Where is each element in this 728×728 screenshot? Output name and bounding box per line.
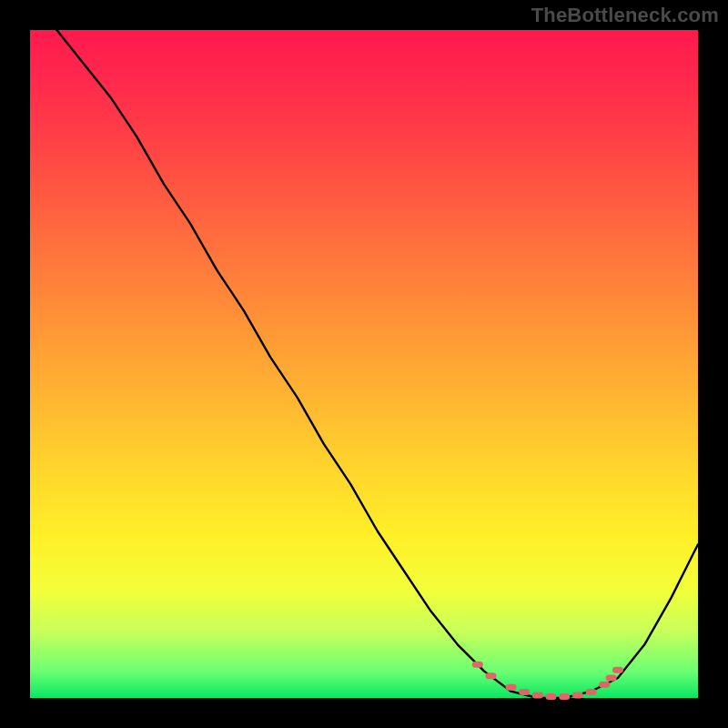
highlight-dot [586, 689, 597, 695]
highlight-dot [546, 693, 557, 700]
highlight-dot [486, 672, 497, 679]
highlight-dot [606, 675, 617, 682]
curve-layer [30, 30, 698, 698]
highlight-dots [472, 662, 623, 700]
highlight-dot [506, 684, 517, 691]
highlight-dot [472, 662, 483, 668]
highlight-dot [519, 689, 530, 695]
highlight-dot [599, 682, 610, 688]
highlight-dot [532, 693, 543, 699]
highlight-dot [612, 667, 623, 673]
chart-frame: TheBottleneck.com [0, 0, 728, 728]
watermark-text: TheBottleneck.com [531, 4, 719, 27]
plot-area [30, 30, 698, 698]
highlight-dot [559, 693, 570, 700]
bottleneck-curve [56, 30, 698, 698]
highlight-dot [572, 693, 583, 699]
